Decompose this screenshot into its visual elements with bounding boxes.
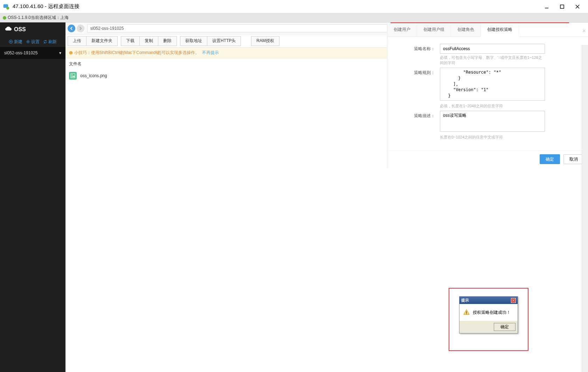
delete-button[interactable]: 删除 xyxy=(158,36,177,46)
status-text: OSS-1.1.9.0当前选择区域：上海 xyxy=(8,15,69,21)
upload-button[interactable]: 上传 xyxy=(68,36,87,46)
svg-point-15 xyxy=(466,313,467,314)
info-icon: ❶ xyxy=(69,50,73,55)
alert-close-button[interactable] xyxy=(511,298,516,303)
sidebar-settings-button[interactable]: 设置 xyxy=(26,39,40,45)
chevron-right-icon xyxy=(78,26,83,31)
svg-point-11 xyxy=(72,75,73,76)
alert-dialog: 提示 授权策略创建成功！ 确定 xyxy=(459,296,518,333)
status-dot-icon xyxy=(3,16,6,20)
panel-close-button[interactable]: × xyxy=(582,27,586,35)
panel-ok-button[interactable]: 确定 xyxy=(540,154,560,164)
window-title: 47.100.41.60 - 远程桌面连接 xyxy=(13,3,542,10)
panel-cancel-button[interactable]: 取消 xyxy=(563,154,584,164)
rdp-icon xyxy=(3,3,10,10)
tab-create-role[interactable]: 创建角色 xyxy=(451,23,481,36)
image-file-icon xyxy=(69,72,77,80)
alert-message: 授权策略创建成功！ xyxy=(473,310,511,316)
tip-dismiss-link[interactable]: 不再提示 xyxy=(202,50,219,56)
svg-rect-3 xyxy=(560,5,564,8)
ram-panel: × 创建用户 创建用户组 创建角色 创建授权策略 策略名称： 必填，可包含大小写… xyxy=(387,23,588,168)
policy-desc-textarea[interactable]: oss读写策略 xyxy=(440,111,545,132)
policy-desc-hint: 长度在0~1024之间的任意中文或字符 xyxy=(440,135,545,140)
ram-auth-button[interactable]: RAM授权 xyxy=(251,36,279,46)
close-button[interactable] xyxy=(573,2,582,11)
alert-ok-button[interactable]: 确定 xyxy=(494,323,516,331)
brand-label: OSS xyxy=(14,26,26,33)
svg-point-9 xyxy=(27,41,29,42)
minimize-button[interactable] xyxy=(542,2,551,11)
svg-point-1 xyxy=(6,7,9,9)
maximize-button[interactable] xyxy=(558,2,566,11)
chevron-down-icon: ▾ xyxy=(59,50,61,55)
close-icon xyxy=(512,299,515,302)
chevron-left-icon xyxy=(69,26,74,31)
policy-rule-textarea[interactable]: "Resource": "*" } ], "Version": "1" } xyxy=(440,68,545,101)
alert-title: 提示 xyxy=(461,298,469,303)
sidebar: OSS 新建 设置 刷新 sl052-oss-191025 ▾ xyxy=(0,22,65,372)
tab-create-usergroup[interactable]: 创建用户组 xyxy=(417,23,451,36)
copy-button[interactable]: 复制 xyxy=(139,36,158,46)
sidebar-new-button[interactable]: 新建 xyxy=(9,39,22,45)
policy-rule-label: 策略规则： xyxy=(391,68,440,109)
nav-back-button[interactable] xyxy=(68,25,75,32)
status-bar: OSS-1.1.9.0当前选择区域：上海 xyxy=(0,13,588,22)
gear-icon xyxy=(26,40,30,44)
alert-highlight-border: 提示 授权策略创建成功！ 确定 xyxy=(449,288,528,351)
policy-desc-label: 策略描述： xyxy=(391,111,440,140)
policy-name-label: 策略名称： xyxy=(391,44,440,66)
window-titlebar: 47.100.41.60 - 远程桌面连接 xyxy=(0,0,588,13)
sidebar-brand: OSS xyxy=(0,22,65,36)
newfolder-button[interactable]: 新建文件夹 xyxy=(86,36,118,46)
nav-forward-button[interactable] xyxy=(77,25,84,32)
policy-name-input[interactable] xyxy=(440,44,545,54)
policy-name-hint: 必填，可包含大小写字母、数字、'-'或中文且长度在1~128之间的字符 xyxy=(440,55,545,66)
plus-circle-icon xyxy=(9,40,13,44)
warning-icon xyxy=(463,309,470,316)
geturl-button[interactable]: 获取地址 xyxy=(180,36,207,46)
tab-create-policy[interactable]: 创建授权策略 xyxy=(481,23,519,37)
file-name: oss_icons.png xyxy=(80,73,107,78)
sidebar-refresh-button[interactable]: 刷新 xyxy=(43,39,57,45)
policy-rule-hint: 必填，长度在1~2048之间的任意字符 xyxy=(440,103,545,109)
refresh-icon xyxy=(43,40,47,44)
sethttp-button[interactable]: 设置HTTP头 xyxy=(207,36,241,46)
bucket-label: sl052-oss-191025 xyxy=(4,50,37,55)
svg-rect-10 xyxy=(71,74,75,78)
sidebar-bucket-item[interactable]: sl052-oss-191025 ▾ xyxy=(0,47,65,59)
scrollbar[interactable] xyxy=(582,45,588,372)
download-button[interactable]: 下载 xyxy=(121,36,140,46)
cloud-icon xyxy=(5,26,12,33)
tab-create-user[interactable]: 创建用户 xyxy=(387,23,417,36)
content-area: 上传 新建文件夹 下载 复制 删除 获取地址 设置HTTP头 RAM授权 ❶ 小… xyxy=(65,22,588,372)
